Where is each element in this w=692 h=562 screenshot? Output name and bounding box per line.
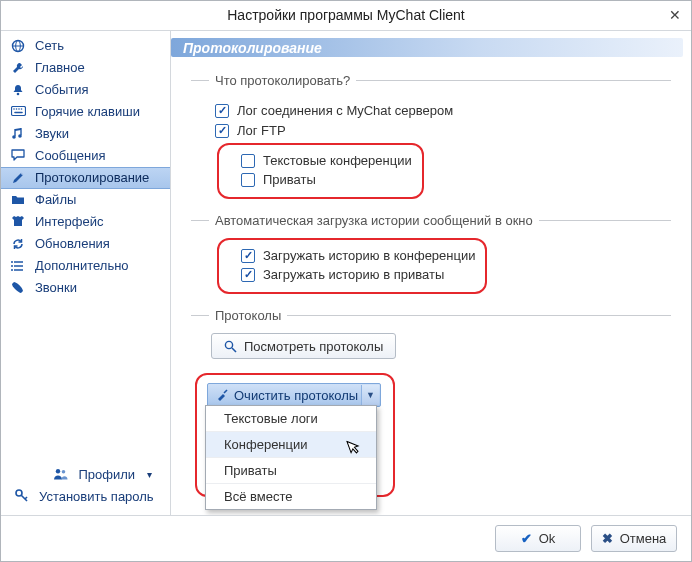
sidebar-item-8[interactable]: Интерфейс bbox=[1, 211, 170, 233]
pencil-icon bbox=[11, 171, 27, 185]
sidebar-item-label: Протоколирование bbox=[35, 170, 149, 185]
brush-icon bbox=[216, 389, 228, 401]
set-password-label: Установить пароль bbox=[39, 489, 154, 504]
group-title: Что протоколировать? bbox=[209, 73, 356, 88]
keyboard-icon bbox=[11, 106, 27, 117]
sidebar-item-label: Интерфейс bbox=[35, 214, 103, 229]
sidebar-item-4[interactable]: Звуки bbox=[1, 123, 170, 145]
menu-item-3[interactable]: Всё вместе bbox=[206, 484, 376, 509]
check-icon: ✔ bbox=[521, 531, 532, 546]
view-protocols-label: Посмотреть протоколы bbox=[244, 339, 383, 354]
close-icon[interactable]: ✕ bbox=[669, 7, 681, 23]
cancel-button[interactable]: ✖ Отмена bbox=[591, 525, 677, 552]
clear-protocols-button[interactable]: Очистить протоколы ▼ bbox=[207, 383, 381, 407]
main: Протоколирование Что протоколировать? Ло… bbox=[171, 31, 691, 516]
svg-point-17 bbox=[11, 269, 13, 271]
profiles-label: Профили bbox=[78, 467, 135, 482]
clear-protocols-label: Очистить протоколы bbox=[234, 388, 358, 403]
window-title: Настройки программы MyChat Client bbox=[227, 7, 465, 23]
group-title-row: Протоколы bbox=[191, 308, 671, 323]
set-password-button[interactable]: Установить пароль bbox=[5, 485, 166, 507]
content: Что протоколировать? Лог соединения с My… bbox=[171, 61, 691, 515]
sidebar-bottom: Профили ▾ Установить пароль bbox=[1, 455, 170, 511]
sidebar-item-label: Сообщения bbox=[35, 148, 106, 163]
checkbox-row-g1h-0: Текстовые конференции bbox=[241, 153, 412, 168]
sidebar-item-label: События bbox=[35, 82, 89, 97]
wrench-icon bbox=[11, 61, 27, 75]
sidebar-item-6[interactable]: Протоколирование bbox=[1, 167, 170, 189]
svg-point-19 bbox=[62, 470, 66, 474]
cancel-label: Отмена bbox=[620, 531, 667, 546]
checkbox-label: Загружать историю в приваты bbox=[263, 267, 444, 282]
svg-point-15 bbox=[11, 261, 13, 263]
ok-button[interactable]: ✔ Ok bbox=[495, 525, 581, 552]
checkbox-label: Лог соединения с MyChat сервером bbox=[237, 103, 453, 118]
checkbox-label: Приваты bbox=[263, 172, 316, 187]
svg-point-18 bbox=[56, 469, 60, 473]
checkbox[interactable] bbox=[241, 154, 255, 168]
sidebar-item-9[interactable]: Обновления bbox=[1, 233, 170, 255]
nav-list: СетьГлавноеСобытияГорячие клавишиЗвукиСо… bbox=[1, 35, 170, 456]
group-title-row: Что протоколировать? bbox=[191, 73, 671, 88]
sidebar-item-11[interactable]: Звонки bbox=[1, 277, 170, 299]
list-icon bbox=[11, 260, 27, 272]
sidebar-item-label: Обновления bbox=[35, 236, 110, 251]
shirt-icon bbox=[11, 215, 27, 228]
sidebar-item-label: Звонки bbox=[35, 280, 77, 295]
sidebar-item-5[interactable]: Сообщения bbox=[1, 145, 170, 167]
checkbox[interactable] bbox=[241, 268, 255, 282]
refresh-icon bbox=[11, 237, 27, 251]
titlebar: Настройки программы MyChat Client ✕ bbox=[1, 1, 691, 31]
svg-point-11 bbox=[18, 134, 22, 138]
body: СетьГлавноеСобытияГорячие клавишиЗвукиСо… bbox=[1, 31, 691, 516]
key-icon bbox=[15, 489, 31, 503]
svg-line-24 bbox=[232, 348, 236, 352]
sidebar-item-label: Звуки bbox=[35, 126, 69, 141]
group-title: Автоматическая загрузка истории сообщени… bbox=[209, 213, 539, 228]
ok-label: Ok bbox=[539, 531, 556, 546]
sidebar-item-7[interactable]: Файлы bbox=[1, 189, 170, 211]
cursor-icon bbox=[346, 436, 365, 456]
chevron-down-icon: ▾ bbox=[147, 469, 152, 480]
chevron-down-icon[interactable]: ▼ bbox=[361, 385, 379, 405]
users-icon bbox=[54, 468, 70, 480]
bell-icon bbox=[11, 83, 27, 97]
menu-item-2[interactable]: Приваты bbox=[206, 458, 376, 484]
sidebar-item-label: Дополнительно bbox=[35, 258, 129, 273]
sidebar-item-0[interactable]: Сеть bbox=[1, 35, 170, 57]
checkbox-row-g1-1: Лог FTP bbox=[215, 123, 671, 138]
svg-point-23 bbox=[225, 341, 232, 348]
checkbox-row-g1h-1: Приваты bbox=[241, 172, 412, 187]
checkbox[interactable] bbox=[241, 249, 255, 263]
menu-item-1[interactable]: Конференции bbox=[206, 432, 376, 458]
settings-window: Настройки программы MyChat Client ✕ Сеть… bbox=[0, 0, 692, 562]
sidebar: СетьГлавноеСобытияГорячие клавишиЗвукиСо… bbox=[1, 31, 171, 516]
sidebar-item-label: Главное bbox=[35, 60, 85, 75]
svg-line-25 bbox=[224, 390, 227, 393]
sidebar-item-10[interactable]: Дополнительно bbox=[1, 255, 170, 277]
sidebar-item-1[interactable]: Главное bbox=[1, 57, 170, 79]
profiles-dropdown[interactable]: Профили ▾ bbox=[5, 463, 166, 485]
checkbox[interactable] bbox=[215, 124, 229, 138]
sidebar-item-label: Сеть bbox=[35, 38, 64, 53]
view-protocols-button[interactable]: Посмотреть протоколы bbox=[211, 333, 396, 359]
folder-icon bbox=[11, 194, 27, 206]
chat-icon bbox=[11, 149, 27, 162]
globe-icon bbox=[11, 39, 27, 53]
clear-protocols-menu: Текстовые логиКонференцииПриватыВсё вмес… bbox=[205, 405, 377, 510]
phone-icon bbox=[11, 281, 27, 294]
checkbox-label: Загружать историю в конференции bbox=[263, 248, 475, 263]
checkbox[interactable] bbox=[241, 173, 255, 187]
menu-item-0[interactable]: Текстовые логи bbox=[206, 406, 376, 432]
checkbox-row-g1-0: Лог соединения с MyChat сервером bbox=[215, 103, 671, 118]
checkbox[interactable] bbox=[215, 104, 229, 118]
sidebar-item-3[interactable]: Горячие клавиши bbox=[1, 101, 170, 123]
music-icon bbox=[11, 127, 27, 141]
checkbox-row-g2h-1: Загружать историю в приваты bbox=[241, 267, 475, 282]
group-what-to-log: Что протоколировать? Лог соединения с My… bbox=[191, 73, 671, 203]
group-title-row: Автоматическая загрузка истории сообщени… bbox=[191, 213, 671, 228]
page-title: Протоколирование bbox=[171, 38, 683, 58]
sidebar-item-2[interactable]: События bbox=[1, 79, 170, 101]
checkbox-row-g2h-0: Загружать историю в конференции bbox=[241, 248, 475, 263]
x-icon: ✖ bbox=[602, 531, 613, 546]
